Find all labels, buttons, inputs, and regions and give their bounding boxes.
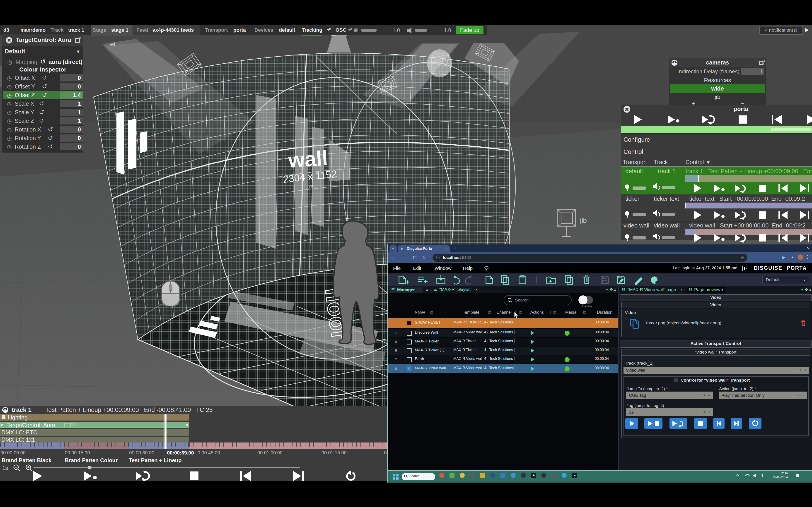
svg-text:et: et: [110, 40, 116, 48]
svg-text:1.0: 1.0: [393, 27, 400, 33]
svg-text:wall: wall: [287, 146, 328, 172]
svg-text:jib: jib: [580, 217, 587, 224]
svg-text:1.0: 1.0: [444, 27, 451, 33]
svg-text:wall: wall: [308, 183, 317, 189]
